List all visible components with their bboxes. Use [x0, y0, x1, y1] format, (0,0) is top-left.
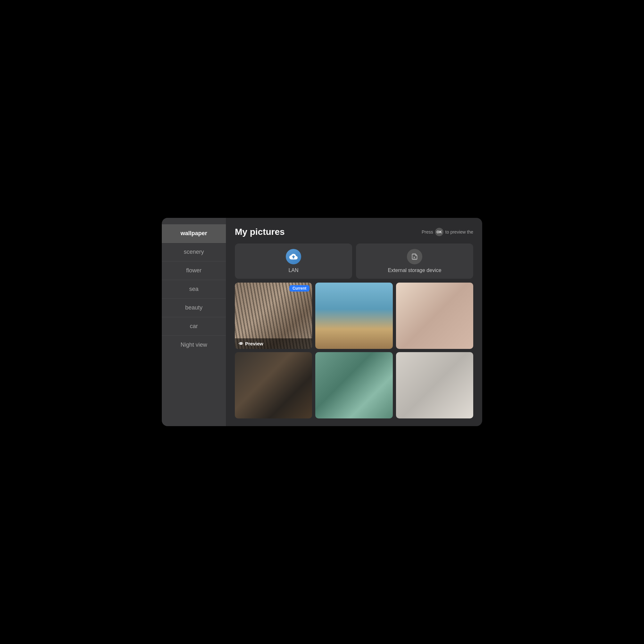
header-hint: Press OK to preview the [422, 228, 473, 236]
source-card-external[interactable]: External storage device [356, 244, 473, 279]
image-card-img2[interactable] [315, 283, 392, 349]
sidebar-item-beauty[interactable]: beauty [162, 299, 226, 317]
lan-icon [286, 249, 301, 264]
lan-label: LAN [288, 268, 298, 273]
page-title: My pictures [235, 227, 285, 237]
source-card-lan[interactable]: LAN [235, 244, 352, 279]
image-card-img6[interactable] [396, 352, 473, 418]
main-header: My pictures Press OK to preview the [235, 227, 473, 237]
sidebar: wallpapersceneryflowerseabeautycarNight … [162, 218, 226, 426]
image-card-img3[interactable] [396, 283, 473, 349]
sidebar-item-wallpaper[interactable]: wallpaper [162, 224, 226, 243]
main-content: My pictures Press OK to preview the LAN … [226, 218, 482, 426]
dialog-inner: wallpapersceneryflowerseabeautycarNight … [162, 218, 482, 426]
image-card-img4[interactable] [235, 352, 312, 418]
image-card-img1[interactable]: Current👁 Preview [235, 283, 312, 349]
external-icon [407, 249, 422, 264]
hint-text: to preview the [445, 229, 473, 235]
preview-label: Preview [245, 341, 263, 346]
preview-overlay: 👁 Preview [235, 338, 312, 349]
sidebar-item-sea[interactable]: sea [162, 280, 226, 299]
ok-badge: OK [435, 228, 443, 236]
current-badge: Current [289, 285, 310, 292]
tv-dialog: wallpapersceneryflowerseabeautycarNight … [162, 218, 482, 426]
hint-press-label: Press [422, 229, 433, 235]
sidebar-item-night-view[interactable]: Night view [162, 336, 226, 354]
external-label: External storage device [388, 268, 441, 273]
image-card-img5[interactable] [315, 352, 392, 418]
source-row: LAN External storage device [235, 244, 473, 279]
sidebar-item-car[interactable]: car [162, 317, 226, 336]
sidebar-item-flower[interactable]: flower [162, 261, 226, 280]
sidebar-item-scenery[interactable]: scenery [162, 243, 226, 261]
eye-icon: 👁 [239, 341, 243, 346]
image-grid: Current👁 Preview [235, 283, 473, 418]
